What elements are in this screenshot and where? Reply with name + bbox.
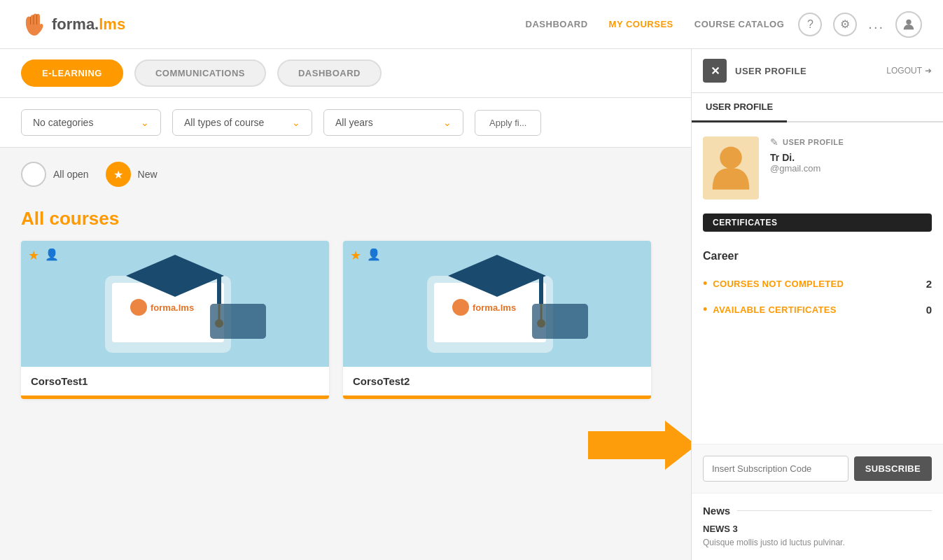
career-item-not-completed-left: • COURSES NOT COMPLETED [703, 276, 844, 291]
svg-text:forma.lms: forma.lms [473, 302, 516, 313]
subscribe-button[interactable]: SUBSCRIBE [854, 456, 932, 481]
svg-point-22 [720, 146, 742, 169]
news-title: News [703, 505, 730, 517]
news-section: News NEWS 3 Quisque mollis justo id luct… [692, 493, 943, 560]
profile-info: ✎ USER PROFILE Tr Di. @gmail.com [770, 136, 932, 174]
arrow-icon [588, 417, 700, 473]
nav-links: DASHBOARD MY COURSES COURSE CATALOG [526, 19, 785, 29]
new-star-icon: ★ [106, 162, 131, 187]
profile-avatar [703, 136, 759, 200]
new-toggle[interactable]: ★ New [106, 162, 158, 187]
svg-rect-10 [210, 304, 266, 339]
course-card-1-progress-bar [21, 396, 329, 399]
career-dot-1-icon: • [703, 276, 707, 291]
subscription-code-input[interactable] [703, 456, 848, 482]
course-card-1-image: ★ 👤 forma.lms [21, 241, 329, 367]
tab-elearning[interactable]: E-LEARNING [21, 59, 123, 87]
profile-section: ✎ USER PROFILE Tr Di. @gmail.com [692, 122, 943, 214]
year-filter[interactable]: All years ⌄ [323, 109, 463, 136]
course-card-1[interactable]: ★ 👤 forma.lms [21, 241, 329, 399]
news-item-1-title: NEWS 3 [703, 524, 932, 534]
logo-text: forma.lms [52, 15, 125, 34]
year-chevron-icon: ⌄ [443, 117, 452, 128]
new-label: New [138, 169, 158, 180]
category-chevron-icon: ⌄ [141, 117, 149, 128]
svg-rect-17 [539, 276, 543, 304]
career-dot-2-icon: • [703, 302, 707, 317]
panel-header: ✕ USER PROFILE LOGOUT ➜ [692, 49, 943, 93]
card-1-star-icon: ★ [28, 248, 39, 263]
all-open-circle-icon [21, 162, 46, 187]
main-wrapper: E-LEARNING COMMUNICATIONS DASHBOARD No c… [0, 49, 943, 560]
svg-point-0 [906, 19, 911, 24]
course-card-2-image: ★ 👤 forma.lms [343, 241, 651, 367]
career-item-certificates-left: • AVAILABLE CERTIFICATES [703, 302, 837, 317]
course-card-1-title: CorsoTest1 [21, 367, 329, 396]
news-item-1: NEWS 3 Quisque mollis justo id luctus pu… [703, 524, 932, 549]
course-grid: ★ 👤 forma.lms [0, 241, 691, 399]
all-open-toggle[interactable]: All open [21, 162, 89, 187]
nav-icons: ? ⚙ ... [798, 11, 922, 38]
profile-email: @gmail.com [770, 163, 932, 174]
card-2-badge: ★ 👤 [350, 248, 381, 263]
career-certificates-count: 0 [926, 304, 932, 316]
panel-tab-user-profile[interactable]: USER PROFILE [692, 93, 787, 122]
type-filter-label: All types of course [184, 117, 264, 128]
more-options-button[interactable]: ... [868, 16, 884, 32]
svg-marker-21 [588, 421, 697, 470]
course-2-illustration: forma.lms [357, 241, 637, 367]
help-button[interactable]: ? [798, 13, 822, 36]
panel-tabs: USER PROFILE [692, 93, 943, 122]
apply-filter-button[interactable]: Apply fi... [475, 110, 541, 136]
panel-close-button[interactable]: ✕ [703, 59, 727, 83]
settings-button[interactable]: ⚙ [833, 13, 857, 36]
nav-dashboard[interactable]: DASHBOARD [526, 19, 588, 29]
svg-rect-20 [532, 304, 588, 339]
header: forma.lms DASHBOARD MY COURSES COURSE CA… [0, 0, 943, 49]
course-card-2[interactable]: ★ 👤 forma.lms [343, 241, 651, 399]
profile-name: Tr Di. [770, 152, 932, 163]
tabs-bar: E-LEARNING COMMUNICATIONS DASHBOARD [0, 49, 691, 98]
content-area: E-LEARNING COMMUNICATIONS DASHBOARD No c… [0, 49, 691, 560]
news-divider [737, 510, 932, 511]
career-not-completed-count: 2 [926, 278, 932, 290]
panel-logout-button[interactable]: LOGOUT ➜ [886, 66, 932, 76]
svg-rect-7 [217, 276, 221, 304]
tab-communications[interactable]: COMMUNICATIONS [134, 59, 266, 87]
news-item-1-text: Quisque mollis justo id luctus pulvinar. [703, 537, 932, 549]
course-toggles: All open ★ New [0, 148, 691, 201]
logo-hand-icon [21, 12, 46, 37]
type-chevron-icon: ⌄ [292, 117, 300, 128]
type-filter[interactable]: All types of course ⌄ [172, 109, 312, 136]
panel-header-title: USER PROFILE [735, 66, 878, 76]
panel-spacer [692, 334, 943, 444]
svg-text:forma.lms: forma.lms [151, 302, 194, 313]
all-open-label: All open [53, 169, 89, 180]
tab-dashboard[interactable]: DASHBOARD [277, 59, 382, 87]
course-card-2-progress-bar [343, 396, 651, 399]
category-filter[interactable]: No categories ⌄ [21, 109, 161, 136]
arrow-decoration [588, 417, 700, 476]
career-item-certificates: • AVAILABLE CERTIFICATES 0 [703, 297, 932, 323]
card-2-star-icon: ★ [350, 248, 361, 263]
certificates-badge[interactable]: CERTIFICATES [703, 214, 932, 232]
career-title: Career [703, 250, 932, 262]
profile-section-label: USER PROFILE [783, 138, 844, 146]
subscription-box: SUBSCRIBE [692, 444, 943, 493]
panel-logout-arrow-icon: ➜ [925, 66, 932, 76]
user-profile-button[interactable] [895, 11, 922, 38]
year-filter-label: All years [335, 117, 373, 128]
nav-my-courses[interactable]: MY COURSES [609, 19, 673, 29]
right-panel: ✕ USER PROFILE LOGOUT ➜ USER PROFILE [691, 49, 943, 560]
avatar-silhouette-icon [706, 140, 755, 196]
nav-course-catalog[interactable]: COURSE CATALOG [694, 19, 785, 29]
career-certificates-label: AVAILABLE CERTIFICATES [713, 304, 836, 315]
news-header: News [703, 505, 932, 517]
svg-point-4 [130, 299, 147, 316]
profile-edit-row: ✎ USER PROFILE [770, 136, 932, 148]
edit-profile-icon[interactable]: ✎ [770, 136, 778, 148]
card-2-user-icon: 👤 [367, 248, 381, 263]
career-section: Career • COURSES NOT COMPLETED 2 • AVAIL… [692, 243, 943, 334]
logo[interactable]: forma.lms [21, 12, 125, 37]
category-filter-label: No categories [33, 117, 93, 128]
